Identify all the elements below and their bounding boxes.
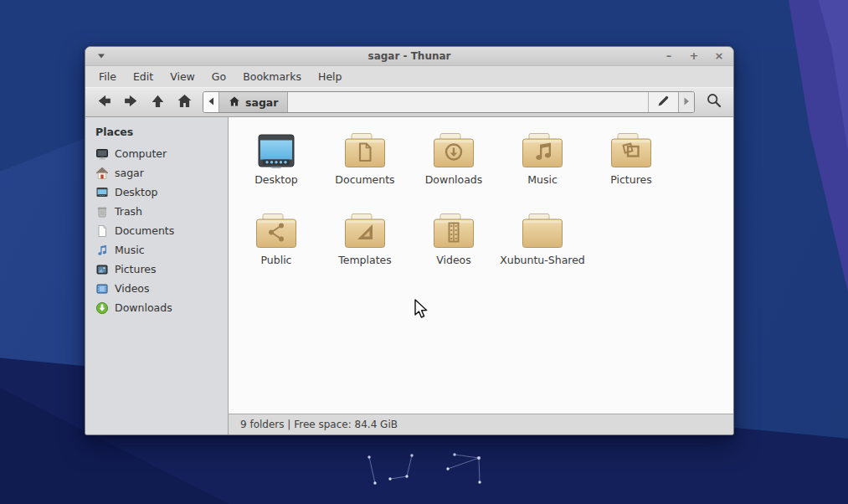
folder-icon — [521, 132, 564, 169]
menubar: FileEditViewGoBookmarksHelp — [85, 66, 733, 87]
minimize-button[interactable]: – — [663, 49, 675, 63]
file-item-label: Xubuntu-Shared — [500, 254, 585, 266]
path-segment-sagar[interactable]: sagar — [219, 92, 288, 112]
path-bar: sagar — [203, 91, 695, 113]
forward-button[interactable] — [119, 90, 142, 114]
user-home-icon — [95, 167, 109, 180]
folder-icon — [432, 132, 475, 169]
status-bar: 9 folders | Free space: 84.4 GiB — [229, 414, 733, 435]
back-button[interactable] — [92, 90, 116, 114]
menu-help[interactable]: Help — [310, 68, 351, 85]
file-item-label: Downloads — [425, 173, 483, 186]
search-button[interactable] — [702, 90, 727, 114]
status-text: 9 folders | Free space: 84.4 GiB — [240, 419, 398, 430]
sidebar-item-videos[interactable]: Videos — [85, 279, 228, 298]
sidebar-item-label: Documents — [115, 224, 174, 237]
file-item-downloads[interactable]: Downloads — [412, 127, 496, 208]
folder-icon — [254, 213, 298, 249]
music-small-icon — [95, 244, 109, 257]
toolbar: sagar — [85, 87, 733, 117]
sidebar-item-label: Desktop — [115, 186, 158, 198]
sidebar-item-pictures[interactable]: Pictures — [85, 260, 228, 279]
path-bar-empty[interactable] — [288, 92, 648, 112]
file-item-label: Pictures — [610, 173, 652, 186]
home-icon — [177, 93, 193, 112]
path-segment-label: sagar — [245, 96, 278, 109]
menu-file[interactable]: File — [90, 68, 125, 85]
sidebar-item-label: Music — [115, 244, 145, 256]
maximize-button[interactable]: + — [688, 49, 700, 63]
places-header: Places — [85, 124, 228, 144]
folder-icon — [343, 213, 387, 249]
close-button[interactable]: × — [713, 49, 725, 63]
file-item-templates[interactable]: Templates — [323, 208, 407, 288]
window-content: Places ComputersagarDesktopTrashDocument… — [85, 117, 733, 435]
file-item-label: Templates — [338, 254, 392, 266]
file-item-desktop[interactable]: Desktop — [234, 127, 318, 208]
up-icon — [150, 93, 166, 112]
folder-icon — [521, 213, 564, 249]
sidebar-item-trash[interactable]: Trash — [85, 202, 228, 221]
trash-icon — [95, 205, 109, 219]
documents-small-icon — [95, 224, 109, 238]
sidebar-item-downloads[interactable]: Downloads — [85, 298, 228, 317]
computer-icon — [95, 147, 109, 161]
folder-icon — [609, 132, 653, 169]
up-button[interactable] — [146, 90, 169, 114]
sidebar-item-label: sagar — [115, 167, 144, 179]
file-item-label: Desktop — [254, 173, 298, 186]
thunar-window: sagar - Thunar – + × FileEditViewGoBookm… — [85, 46, 734, 435]
home-icon — [229, 95, 240, 110]
sidebar-item-computer[interactable]: Computer — [85, 144, 228, 163]
sidebar-item-sagar[interactable]: sagar — [85, 163, 228, 183]
main-column: Desktop Documents Downloads Music Pictur… — [229, 117, 733, 435]
file-item-pictures[interactable]: Pictures — [589, 127, 673, 208]
file-item-documents[interactable]: Documents — [323, 127, 407, 208]
pictures-small-icon — [95, 263, 109, 276]
forward-icon — [123, 93, 139, 112]
menu-view[interactable]: View — [162, 68, 203, 85]
window-controls: – + × — [663, 49, 725, 63]
path-scroll-left-button[interactable] — [203, 92, 219, 112]
path-scroll-right-button[interactable] — [678, 92, 694, 112]
sidebar-item-label: Trash — [115, 205, 142, 218]
sidebar-item-label: Videos — [115, 282, 150, 295]
titlebar[interactable]: sagar - Thunar – + × — [85, 47, 733, 66]
menu-edit[interactable]: Edit — [125, 68, 162, 85]
file-item-label: Videos — [436, 254, 471, 266]
file-item-label: Public — [261, 254, 292, 266]
file-item-label: Music — [527, 173, 558, 186]
chevron-right-icon — [681, 95, 691, 111]
file-item-xubuntu-shared[interactable]: Xubuntu-Shared — [501, 208, 584, 288]
sidebar-item-label: Downloads — [115, 301, 172, 314]
back-icon — [96, 93, 112, 112]
search-icon — [706, 92, 722, 112]
window-menu-button[interactable] — [94, 49, 109, 63]
videos-small-icon — [95, 282, 109, 296]
sidebar-item-music[interactable]: Music — [85, 240, 228, 260]
edit-path-button[interactable] — [648, 92, 678, 112]
chevron-left-icon — [206, 95, 216, 111]
file-item-music[interactable]: Music — [501, 127, 584, 208]
sidebar-item-label: Computer — [115, 147, 167, 160]
window-menu-icon — [95, 49, 107, 64]
sidebar-item-label: Pictures — [115, 263, 157, 275]
file-view[interactable]: Desktop Documents Downloads Music Pictur… — [229, 117, 733, 414]
sidebar-item-desktop[interactable]: Desktop — [85, 183, 228, 202]
folder-icon — [343, 132, 387, 169]
menu-bookmarks[interactable]: Bookmarks — [234, 68, 310, 85]
folder-icon — [432, 213, 475, 249]
file-item-label: Documents — [335, 173, 394, 186]
places-sidebar: Places ComputersagarDesktopTrashDocument… — [85, 117, 229, 435]
downloads-small-icon — [95, 301, 109, 315]
desktop-computer-icon — [254, 132, 298, 169]
desktop-small-icon — [95, 186, 109, 199]
pencil-icon — [656, 94, 671, 111]
file-item-videos[interactable]: Videos — [412, 208, 496, 288]
home-button[interactable] — [172, 90, 196, 114]
file-item-public[interactable]: Public — [234, 208, 318, 288]
sidebar-item-documents[interactable]: Documents — [85, 221, 228, 240]
window-title: sagar - Thunar — [85, 50, 733, 62]
menu-go[interactable]: Go — [203, 68, 234, 85]
